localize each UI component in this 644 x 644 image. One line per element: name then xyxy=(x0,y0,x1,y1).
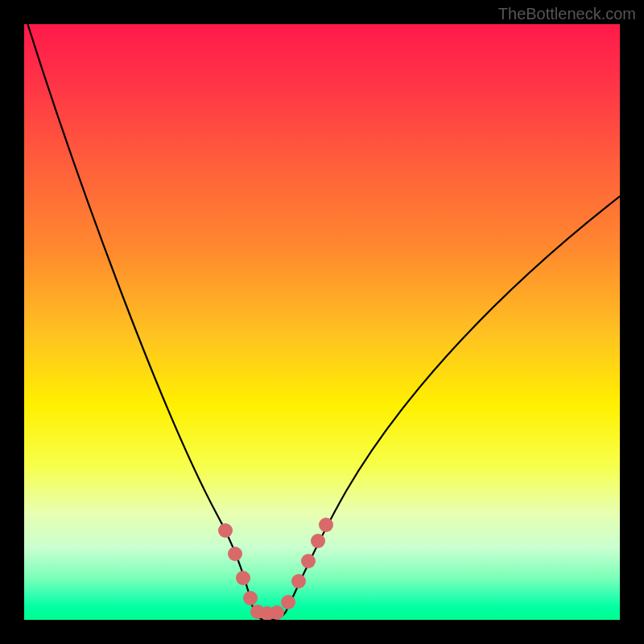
curve-marker xyxy=(270,605,284,620)
curve-marker xyxy=(243,591,258,605)
curve-marker xyxy=(291,574,306,588)
attribution-text: TheBottleneck.com xyxy=(498,5,636,23)
plot-area xyxy=(24,24,620,620)
curve-marker xyxy=(319,518,333,532)
curve-marker xyxy=(218,523,233,538)
curve-markers xyxy=(218,518,333,620)
chart-svg xyxy=(24,24,620,620)
curve-marker xyxy=(311,534,325,548)
curve-marker xyxy=(281,595,295,609)
curve-marker xyxy=(236,571,250,585)
curve-marker xyxy=(228,547,242,561)
curve-marker xyxy=(301,554,316,568)
